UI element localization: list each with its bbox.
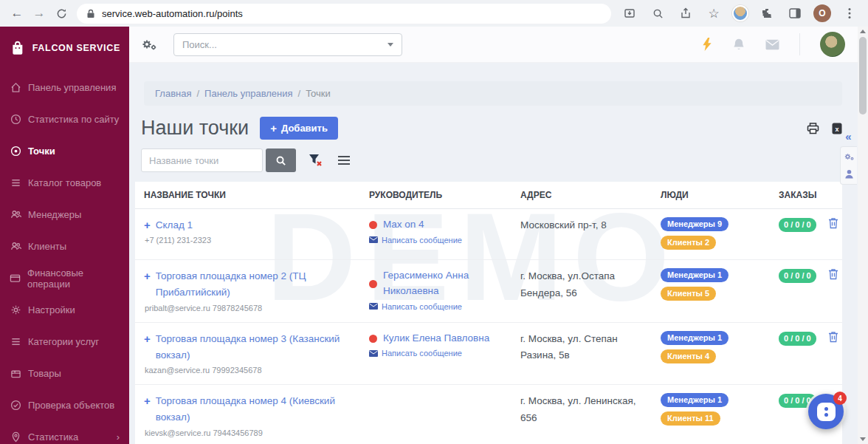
bookmark-button[interactable]: ☆ (704, 4, 723, 23)
point-name-line: +Склад 1 (144, 217, 369, 233)
managers-badge: Менеджеры 1 (661, 393, 728, 407)
cell-point-name: +Торговая площадка номер 2 (ТЦ Прибалтий… (135, 268, 369, 312)
point-name-link[interactable]: Склад 1 (156, 217, 193, 233)
breadcrumb-link[interactable]: Главная (155, 88, 191, 99)
write-message-link[interactable]: Написать сообщение (369, 349, 520, 358)
manager-link[interactable]: Кулик Елена Павловна (383, 331, 489, 346)
delete-point-button[interactable] (828, 268, 838, 280)
messages-button[interactable] (765, 39, 779, 50)
panel-user-button[interactable] (844, 169, 854, 179)
column-header-people[interactable]: ЛЮДИ (661, 190, 779, 200)
sidebar-item-9[interactable]: Категории услуг (0, 326, 129, 358)
bolt-button[interactable] (702, 38, 712, 51)
browser-profile-avatar[interactable]: O (813, 4, 831, 22)
sidebar-item-11[interactable]: Проверка объектов (0, 389, 129, 421)
sidebar-item-label: Клиенты (28, 241, 66, 252)
sidebar-item-label: Каталог товаров (28, 177, 101, 188)
share-button[interactable] (676, 4, 695, 23)
chat-dot (824, 413, 828, 417)
side-panel-button[interactable] (785, 4, 805, 23)
browser-actions: ☆ O (620, 4, 861, 23)
forward-button[interactable]: → (30, 4, 49, 23)
delete-point-button[interactable] (828, 217, 838, 229)
panel-gears-icon (844, 152, 855, 161)
brand[interactable]: FALCON SERVICE (0, 27, 129, 68)
bolt-icon (702, 38, 712, 51)
sidebar-item-1[interactable]: Панель управления (0, 72, 129, 103)
sidebar-item-5[interactable]: Менеджеры (0, 199, 129, 230)
scrollbar-thumb[interactable] (859, 37, 867, 115)
chat-dot (824, 407, 828, 411)
scroll-down-arrow-icon[interactable] (860, 437, 866, 441)
manager-link[interactable]: Герасименко Анна Николаевна (383, 268, 501, 299)
sidebar-item-label: Категории услуг (28, 336, 99, 347)
plus-icon: + (270, 123, 277, 134)
manager-link[interactable]: Max on 4 (383, 217, 424, 233)
write-message-link[interactable]: Написать сообщение (369, 302, 520, 311)
column-header-name[interactable]: НАЗВАНИЕ ТОЧКИ (135, 190, 369, 200)
column-header-orders[interactable]: ЗАКАЗЫ (779, 190, 827, 200)
envelope-icon (765, 39, 779, 50)
page-scrollbar[interactable] (858, 27, 868, 444)
point-contact: kievsk@service.ru 79443456789 (144, 428, 369, 437)
delete-point-button[interactable] (828, 331, 838, 343)
write-message-label: Написать сообщение (382, 302, 462, 311)
scroll-up-arrow-icon[interactable] (860, 30, 866, 33)
extensions-button[interactable] (757, 4, 776, 23)
add-point-button[interactable]: + Добавить (260, 117, 338, 140)
manager-line: Герасименко Анна Николаевна (369, 268, 520, 299)
main-area: Главная/Панель управления/Точки Наши точ… (129, 27, 868, 444)
point-contact: kazan@service.ru 79992345678 (144, 366, 369, 375)
reload-icon (56, 8, 67, 19)
cell-people: Менеджеры 1Клиенты 5 (661, 268, 779, 301)
sidebar-item-4[interactable]: Каталог товаров (0, 167, 129, 199)
global-search-input[interactable] (182, 39, 388, 50)
list-options-button[interactable] (337, 155, 351, 165)
users-icon (10, 241, 21, 253)
sidebar-item-label: Точки (28, 146, 55, 157)
notifications-button[interactable] (732, 38, 745, 51)
clear-filter-button[interactable] (309, 154, 323, 168)
point-name-line: +Торговая площадка номер 2 (ТЦ Прибалтий… (144, 268, 369, 301)
search-button[interactable] (266, 148, 296, 172)
sidebar-item-6[interactable]: Клиенты (0, 230, 129, 262)
settings-gears-button[interactable] (141, 38, 157, 51)
save-page-button[interactable] (620, 4, 639, 23)
user-avatar[interactable] (820, 32, 845, 57)
breadcrumb-link[interactable]: Панель управления (204, 88, 292, 99)
column-header-address[interactable]: АДРЕС (520, 190, 661, 200)
point-name-link[interactable]: Торговая площадка номер 2 (ТЦ Прибалтийс… (156, 268, 354, 301)
point-name-link[interactable]: Торговая площадка номер 3 (Казанский вок… (156, 331, 354, 364)
url-bar[interactable]: service.web-automation.ru/points (77, 4, 611, 24)
save-page-icon (624, 7, 636, 19)
breadcrumb-separator: / (298, 88, 301, 99)
panel-gears-button[interactable] (844, 152, 855, 161)
back-button[interactable]: ← (7, 4, 27, 23)
sidebar-item-10[interactable]: Товары (0, 358, 129, 389)
gear-icon (10, 304, 21, 316)
chat-widget-button[interactable]: 4 (808, 394, 844, 429)
sidebar-item-8[interactable]: Настройки (0, 294, 129, 326)
sidebar-item-7[interactable]: Финансовые операции (0, 262, 129, 294)
column-header-manager[interactable]: РУКОВОДИТЕЛЬ (369, 190, 520, 200)
status-dot-red (369, 221, 377, 229)
global-search-select[interactable] (173, 33, 402, 56)
chat-unread-badge: 4 (833, 392, 847, 405)
breadcrumb: Главная/Панель управления/Точки (144, 81, 842, 106)
extension-avatar-icon[interactable] (732, 5, 748, 21)
point-contact: pribalt@service.ru 79878245678 (144, 304, 369, 312)
sidebar-item-3[interactable]: Точки (0, 135, 129, 167)
bell-icon (732, 38, 745, 51)
write-message-link[interactable]: Написать сообщение (369, 236, 520, 245)
print-button[interactable] (807, 123, 819, 134)
browser-menu-button[interactable] (840, 4, 859, 23)
point-name-filter-input[interactable] (141, 148, 263, 172)
point-name-line: +Торговая площадка номер 3 (Казанский во… (144, 331, 369, 364)
topbar (129, 27, 868, 63)
collapse-panel-button[interactable]: « (845, 131, 851, 142)
sidebar-item-2[interactable]: Статистика по сайту (0, 103, 129, 135)
reload-button[interactable] (52, 4, 71, 23)
zoom-button[interactable] (648, 4, 667, 23)
sidebar-item-12[interactable]: Статистика› (0, 421, 129, 444)
point-name-link[interactable]: Торговая площадка номер 4 (Киевский вокз… (156, 393, 354, 426)
